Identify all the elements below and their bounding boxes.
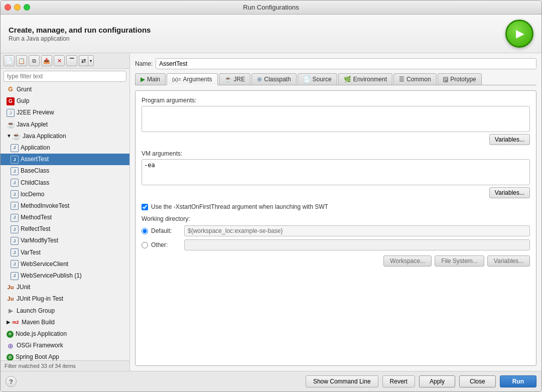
- filter-input[interactable]: [4, 71, 126, 82]
- sidebar-item-label: WebServicePublish (1): [21, 271, 82, 281]
- prototype-tab-icon: P: [443, 77, 449, 82]
- run-icon-button[interactable]: [505, 20, 533, 48]
- minimize-window-button[interactable]: [14, 4, 21, 11]
- name-label: Name:: [135, 60, 153, 67]
- tab-jre[interactable]: ☕ JRE: [219, 73, 251, 85]
- close-window-button[interactable]: [5, 4, 11, 11]
- file-system-button[interactable]: File System...: [435, 255, 484, 267]
- sidebar-item-gulp[interactable]: G Gulp: [1, 95, 129, 107]
- sidebar-item-childclass[interactable]: J ChildClass: [1, 177, 129, 189]
- sidebar-item-relfecttest[interactable]: J RelfectTest: [1, 223, 129, 235]
- baseclass-icon: J: [11, 167, 19, 175]
- tab-environment[interactable]: 🌿 Environment: [338, 73, 392, 85]
- sidebar-item-label: OSGi Framework: [17, 341, 63, 350]
- javaapplication-icon: ☕: [13, 132, 21, 140]
- tab-main[interactable]: ▶ Main: [135, 73, 166, 85]
- sidebar-item-varmodifytest[interactable]: J VarModfiyTest: [1, 235, 129, 246]
- tab-arguments[interactable]: (x)= Arguments: [167, 73, 218, 85]
- sidebar-item-osgi[interactable]: ⊕ OSGi Framework: [1, 340, 129, 351]
- sidebar-item-label: Maven Build: [22, 318, 55, 327]
- workspace-button[interactable]: Workspace...: [383, 255, 432, 267]
- sidebar-item-springboot[interactable]: ⚙ Spring Boot App: [1, 351, 129, 360]
- swt-checkbox-label: Use the -XstartOnFirstThread argument wh…: [151, 203, 328, 210]
- sidebar-item-junitplugin[interactable]: Ju JUnit Plug-in Test: [1, 293, 129, 305]
- sidebar-item-methodtest[interactable]: J MethodTest: [1, 212, 129, 223]
- default-radio[interactable]: [142, 228, 148, 234]
- duplicate-button[interactable]: ⧉: [29, 55, 40, 66]
- sidebar-footer: Filter matched 33 of 34 items: [1, 360, 129, 371]
- expand-left[interactable]: ⇄: [79, 55, 88, 66]
- content-area: 📄 📋 ⧉ 📤 ✕ ▔ ⇄ ▾ G Grunt: [1, 53, 541, 371]
- other-dir-input[interactable]: [184, 239, 530, 250]
- application-icon: J: [11, 144, 19, 152]
- tab-classpath[interactable]: ⊕ Classpath: [251, 73, 296, 85]
- delete-button[interactable]: ✕: [54, 55, 65, 66]
- vm-args-label: VM arguments:: [142, 150, 530, 157]
- webserviceclient-icon: J: [11, 260, 19, 268]
- swt-checkbox[interactable]: [142, 204, 148, 210]
- apply-button[interactable]: Apply: [419, 375, 455, 387]
- sidebar-item-label: JUnit: [17, 283, 30, 292]
- program-args-vars-row: Variables...: [142, 134, 530, 145]
- tab-common[interactable]: ☰ Common: [393, 73, 437, 85]
- export-button[interactable]: 📤: [41, 55, 52, 66]
- header-text: Create, manage, and run configurations R…: [9, 26, 151, 42]
- vm-args-section: VM arguments: -ea Variables...: [142, 150, 530, 198]
- arguments-tab-icon: (x)=: [172, 77, 181, 82]
- sidebar-item-baseclass[interactable]: J BaseClass: [1, 165, 129, 177]
- sidebar-item-locdemo[interactable]: J locDemo: [1, 189, 129, 200]
- sidebar-item-mavenbuild[interactable]: ▶ m2 Maven Build: [1, 317, 129, 328]
- sidebar-item-launchgroup[interactable]: ▶ Launch Group: [1, 305, 129, 317]
- revert-button[interactable]: Revert: [382, 375, 415, 387]
- dir-variables-button[interactable]: Variables...: [487, 255, 530, 267]
- header: Create, manage, and run configurations R…: [1, 15, 541, 53]
- new-config-button[interactable]: 📄: [4, 55, 15, 66]
- sidebar-item-webservicepublish[interactable]: J WebServicePublish (1): [1, 270, 129, 282]
- tab-prototype[interactable]: P Prototype: [438, 73, 482, 85]
- sidebar-item-javaapplication[interactable]: ▼ ☕ Java Application: [1, 130, 129, 142]
- sidebar-toolbar: 📄 📋 ⧉ 📤 ✕ ▔ ⇄ ▾: [1, 53, 129, 69]
- dir-buttons: Workspace... File System... Variables...: [142, 255, 530, 267]
- sidebar-item-webserviceclient[interactable]: J WebServiceClient: [1, 258, 129, 270]
- name-input[interactable]: [156, 58, 536, 69]
- collapse-button[interactable]: ▔: [66, 55, 77, 66]
- sidebar-item-vartest[interactable]: J VarTest: [1, 247, 129, 258]
- vm-args-input[interactable]: -ea: [142, 159, 530, 185]
- sidebar-item-label: Grunt: [17, 85, 32, 94]
- run-button[interactable]: Run: [500, 375, 536, 387]
- show-command-line-button[interactable]: Show Command Line: [306, 375, 378, 387]
- other-radio-label: Other:: [151, 241, 181, 248]
- sidebar-item-j2ee[interactable]: J J2EE Preview: [1, 107, 129, 118]
- j2ee-icon: J: [7, 109, 15, 117]
- other-radio[interactable]: [142, 242, 148, 248]
- close-button[interactable]: Close: [459, 375, 496, 387]
- expand-dropdown[interactable]: ▾: [88, 55, 94, 66]
- help-button[interactable]: ?: [6, 376, 17, 387]
- sidebar-item-javaapplet[interactable]: ☕ Java Applet: [1, 119, 129, 130]
- sidebar-item-asserttest[interactable]: J AssertTest: [1, 154, 129, 165]
- sidebar-list: G Grunt G Gulp J J2EE Preview ☕ Java App…: [1, 84, 129, 360]
- default-dir-input: [184, 225, 530, 236]
- program-args-variables-button[interactable]: Variables...: [489, 134, 530, 145]
- program-args-label: Program arguments:: [142, 97, 530, 104]
- sidebar-item-application[interactable]: J Application: [1, 142, 129, 154]
- junitplugin-icon: Ju: [7, 295, 15, 303]
- vm-args-variables-button[interactable]: Variables...: [489, 187, 530, 198]
- program-args-input[interactable]: [142, 106, 530, 132]
- maximize-window-button[interactable]: [24, 4, 30, 11]
- jre-tab-label: JRE: [234, 76, 245, 83]
- grunt-icon: G: [7, 86, 15, 94]
- source-tab-icon: 📄: [303, 76, 311, 83]
- sidebar-item-junit[interactable]: Ju JUnit: [1, 282, 129, 293]
- sidebar-item-grunt[interactable]: G Grunt: [1, 84, 129, 95]
- sidebar-item-label: VarModfiyTest: [21, 236, 58, 245]
- filter-status: Filter matched 33 of 34 items: [5, 363, 76, 369]
- expand-button[interactable]: ⇄ ▾: [79, 55, 94, 66]
- new-type-button[interactable]: 📋: [16, 55, 27, 66]
- sidebar-item-nodejs[interactable]: n Node.js Application: [1, 328, 129, 340]
- vm-args-vars-row: Variables...: [142, 187, 530, 198]
- sidebar-item-methodinvoketest[interactable]: J MethodInvokeTest: [1, 200, 129, 212]
- sidebar-item-label: MethodInvokeTest: [21, 201, 69, 211]
- tab-source[interactable]: 📄 Source: [298, 73, 337, 85]
- main-tab-icon: ▶: [141, 76, 145, 83]
